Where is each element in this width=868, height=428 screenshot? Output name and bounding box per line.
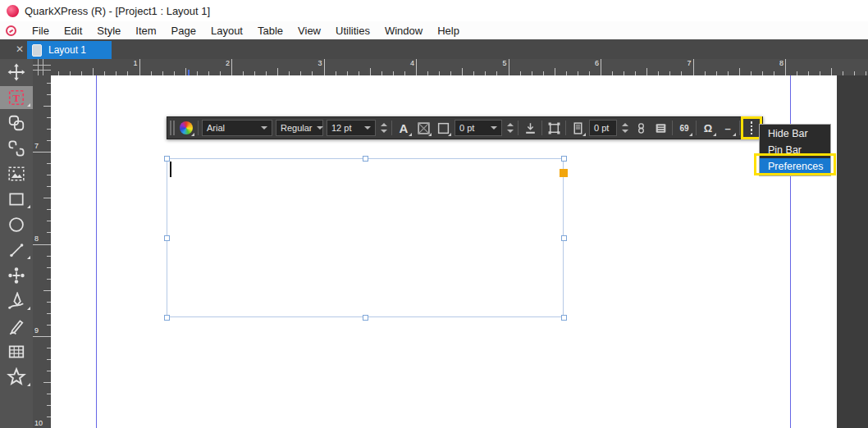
table-tool[interactable]	[0, 340, 33, 363]
chain-link-icon	[635, 121, 647, 135]
close-view-icon[interactable]: ✕	[11, 42, 28, 57]
tab-layout-1[interactable]: Layout 1	[27, 41, 112, 59]
spacing-stepper[interactable]	[620, 123, 629, 133]
link-button[interactable]	[633, 119, 649, 137]
menu-view[interactable]: View	[290, 23, 328, 39]
font-family-value: Arial	[207, 123, 257, 133]
text-unlinking-tool[interactable]	[0, 137, 33, 160]
window-title: QuarkXPress (R) - [Project1 : Layout 1]	[25, 5, 210, 17]
orange-status-handle[interactable]	[560, 169, 568, 177]
ruler-tick	[33, 244, 51, 245]
edit-points-tool[interactable]	[0, 264, 33, 287]
quarkxpress-window: QuarkXPress (R) - [Project1 : Layout 1] …	[0, 0, 868, 428]
document-icon[interactable]	[6, 25, 16, 36]
handle-top-center[interactable]	[363, 156, 368, 162]
picture-content-tool[interactable]	[0, 162, 33, 185]
title-bar: QuarkXPress (R) - [Project1 : Layout 1]	[0, 0, 868, 21]
text-content-tool[interactable]: T	[0, 86, 33, 109]
column-options-button[interactable]	[569, 119, 586, 137]
ruler-tick	[601, 59, 601, 75]
horizontal-ruler[interactable]: 12345678	[51, 59, 868, 75]
quotes-button[interactable]: 69	[676, 119, 692, 137]
bezier-pen-tool[interactable]	[0, 289, 33, 312]
ruler-tick	[831, 68, 832, 75]
story-editor-button[interactable]	[652, 119, 669, 137]
text-color-button[interactable]: A	[395, 119, 412, 137]
frame-width-select[interactable]: 0 pt	[455, 120, 502, 136]
font-size-stepper[interactable]	[379, 123, 388, 133]
frame-width-value: 0 pt	[459, 123, 487, 133]
frame-color-button[interactable]	[435, 119, 451, 137]
handle-bottom-right[interactable]	[561, 315, 567, 321]
ruler-number: 9	[34, 327, 39, 335]
font-family-select[interactable]: Arial	[202, 120, 272, 136]
menu-item-hide-bar[interactable]: Hide Bar	[760, 125, 830, 142]
handle-middle-left[interactable]	[164, 235, 170, 241]
menu-file[interactable]: File	[25, 23, 57, 39]
ruler-tick	[555, 68, 555, 75]
dash-button[interactable]: –	[720, 119, 736, 137]
menu-layout[interactable]: Layout	[203, 23, 250, 39]
ruler-tick	[43, 198, 51, 198]
font-size-select[interactable]: 12 pt	[327, 120, 376, 136]
text-linking-tool[interactable]	[0, 112, 33, 134]
tab-label: Layout 1	[48, 44, 86, 56]
toolbar-grip-handle[interactable]	[170, 121, 175, 135]
ruler-number: 7	[34, 143, 39, 150]
ruler-number: 4	[406, 60, 414, 67]
item-move-tool[interactable]	[0, 61, 33, 84]
menu-table[interactable]: Table	[250, 23, 290, 39]
ruler-tick	[33, 152, 51, 153]
frame-width-stepper[interactable]	[505, 123, 514, 133]
menu-page[interactable]: Page	[164, 23, 203, 39]
text-box[interactable]	[167, 158, 564, 317]
toolbar-separator	[565, 121, 566, 135]
ruler-origin-corner[interactable]	[33, 59, 51, 75]
ruler-tick	[43, 106, 51, 107]
star-tool[interactable]	[0, 366, 33, 389]
spacing-value: 0 pt	[594, 123, 612, 133]
ruler-number: 2	[222, 60, 230, 67]
oval-box-tool[interactable]	[0, 213, 33, 236]
menu-style[interactable]: Style	[89, 23, 128, 39]
import-text-button[interactable]	[522, 119, 538, 137]
handle-bottom-left[interactable]	[164, 315, 170, 321]
page-guide-left	[96, 75, 97, 428]
font-style-value: Regular	[281, 123, 313, 133]
handle-middle-right[interactable]	[561, 235, 567, 241]
menu-item-preferences[interactable]: Preferences	[760, 158, 830, 175]
ruler-tick	[231, 59, 232, 75]
menu-item-pin-bar[interactable]: Pin Bar	[760, 142, 830, 158]
layout-page-icon	[32, 44, 42, 57]
ruler-number: 5	[499, 60, 507, 67]
toolbar-separator	[696, 121, 697, 135]
ruler-tick	[785, 59, 786, 75]
freehand-drawing-tool[interactable]	[0, 315, 33, 338]
color-picker-button[interactable]	[178, 119, 194, 137]
font-style-select[interactable]: Regular	[276, 120, 323, 136]
toolbar-separator	[198, 121, 199, 135]
no-fill-button[interactable]	[415, 119, 432, 137]
frame-box-icon	[436, 121, 450, 135]
menu-edit[interactable]: Edit	[57, 23, 89, 39]
menu-window[interactable]: Window	[377, 23, 430, 39]
ruler-tick	[33, 336, 51, 337]
line-tool[interactable]	[0, 239, 33, 262]
rectangle-box-tool[interactable]	[0, 188, 33, 211]
menu-utilities[interactable]: Utilities	[328, 23, 377, 39]
menu-help[interactable]: Help	[430, 23, 467, 39]
vertical-ruler[interactable]: 78910	[33, 75, 51, 428]
handle-top-right[interactable]	[561, 156, 567, 162]
handle-top-left[interactable]	[164, 156, 170, 162]
spacing-input[interactable]: 0 pt	[589, 120, 617, 136]
handle-bottom-center[interactable]	[363, 315, 368, 321]
ruler-tick	[324, 59, 325, 75]
toolbar-overflow-button[interactable]	[743, 119, 760, 137]
vertical-dots-icon	[749, 121, 755, 134]
chevron-down-icon	[491, 126, 497, 130]
svg-text:T: T	[13, 92, 21, 104]
ruler-number: 7	[683, 60, 692, 67]
special-character-button[interactable]: Ω	[700, 119, 716, 137]
edit-frame-button[interactable]	[546, 119, 562, 137]
menu-item[interactable]: Item	[128, 23, 163, 39]
